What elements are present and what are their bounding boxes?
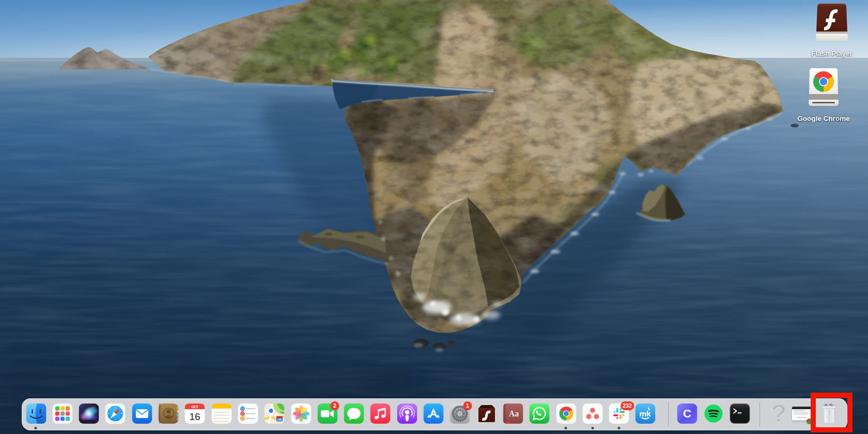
svg-text:280: 280 <box>277 418 282 421</box>
svg-text:OCT: OCT <box>192 405 199 409</box>
svg-text:Aa: Aa <box>509 409 519 418</box>
svg-text:C: C <box>683 407 691 420</box>
svg-text:16: 16 <box>190 411 200 422</box>
